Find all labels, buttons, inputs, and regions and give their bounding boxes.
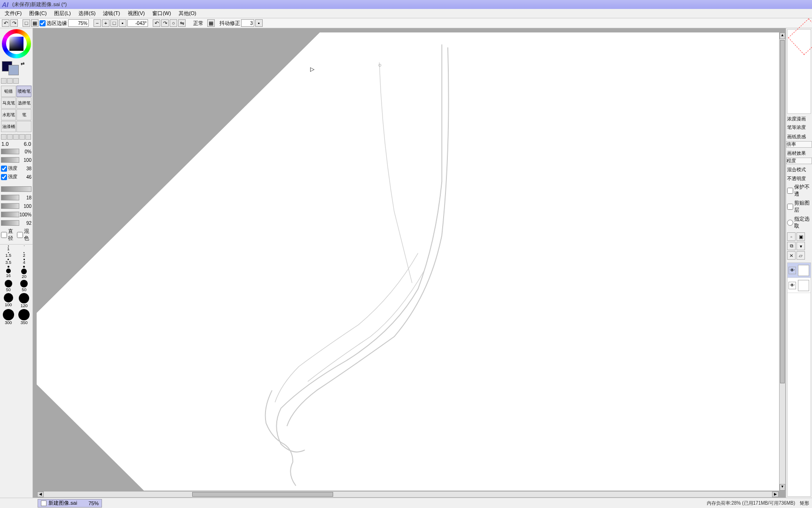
color-wheel[interactable] <box>2 29 31 58</box>
zoom-input[interactable] <box>68 19 89 27</box>
diameter-checkbox[interactable] <box>1 232 7 238</box>
menu-image[interactable]: 图像(C) <box>25 9 50 18</box>
brush-preset[interactable]: 100 <box>1 293 16 308</box>
nav-option-2[interactable]: 笔等浓度 <box>787 124 811 131</box>
select-source-radio[interactable] <box>787 220 793 226</box>
menu-layer[interactable]: 图层(L) <box>50 9 74 18</box>
slider-brush-size[interactable]: 18 <box>1 194 31 201</box>
new-folder-button[interactable]: ▣ <box>796 232 805 241</box>
rotate-cw-button[interactable]: ↷ <box>161 19 169 27</box>
brush-preset[interactable]: 50 <box>17 280 32 292</box>
blending-checkbox[interactable] <box>17 232 23 238</box>
layer-item-2[interactable]: 👁 <box>788 278 811 293</box>
selection-edge-checkbox[interactable] <box>39 20 46 26</box>
invert-selection-button[interactable]: ▦ <box>31 19 39 27</box>
scroll-up-arrow-icon[interactable]: ▲ <box>780 32 785 39</box>
navigator[interactable] <box>787 29 811 114</box>
brush-shape-2[interactable] <box>7 134 13 140</box>
zoom-in-button[interactable]: + <box>102 19 109 27</box>
tool-select-pen[interactable]: 选择笔 <box>16 97 31 109</box>
brush-shape-1[interactable] <box>1 134 7 140</box>
brush-preset[interactable]: 50 <box>1 280 16 292</box>
layer-visibility-icon[interactable]: 👁 <box>789 267 796 274</box>
vertical-scrollbar[interactable]: ▲ ▼ <box>779 32 786 491</box>
delete-layer-button[interactable]: ✕ <box>787 251 796 260</box>
menu-filter[interactable]: 滤镜(T) <box>99 9 124 18</box>
duplicate-layer-button[interactable]: ⧉ <box>787 242 796 250</box>
layer-item-1[interactable]: 👁 <box>788 263 811 278</box>
zoom-out-button[interactable]: − <box>94 19 101 27</box>
brush-shape-5[interactable] <box>25 134 31 140</box>
clear-layer-button[interactable]: ▱ <box>796 251 805 260</box>
slider-opacity[interactable]: 100 <box>1 202 31 210</box>
rotate-reset-button[interactable]: ○ <box>170 19 177 27</box>
brush-preset[interactable]: 120 <box>17 293 32 308</box>
tool-marker[interactable]: 马克笔 <box>1 97 16 109</box>
brush-preset[interactable]: 350 <box>17 309 32 325</box>
brush-preset[interactable]: 16 <box>1 269 16 279</box>
brush-preset[interactable]: 3.5 <box>1 259 16 265</box>
menu-file[interactable]: 文件(F) <box>1 9 25 18</box>
brush-preset[interactable]: 300 <box>1 309 16 325</box>
canvas-viewport[interactable]: ▷ <box>37 32 779 491</box>
paper-texture-input[interactable] <box>786 141 812 148</box>
flip-horizontal-button[interactable]: ⇋ <box>178 19 186 27</box>
brush-preset[interactable]: 20 <box>17 269 32 279</box>
new-layer-button[interactable]: ▫ <box>787 232 796 241</box>
zoom-fit-button[interactable]: □ <box>110 19 118 27</box>
document-tab[interactable]: 新建图像.sai 75% <box>38 499 102 508</box>
deselect-button[interactable]: □ <box>23 19 30 27</box>
brush-preset[interactable]: 1 <box>1 246 16 251</box>
slider-min-size[interactable]: 0% <box>1 148 31 155</box>
slider-intensity-1[interactable]: 强度38 <box>1 165 31 172</box>
tool-airbrush[interactable]: 喷枪笔 <box>16 86 31 97</box>
horizontal-scrollbar[interactable]: ◀ ▶ <box>37 491 779 498</box>
menu-view[interactable]: 视图(V) <box>124 9 149 18</box>
rotate-ccw-button[interactable]: ↶ <box>153 19 160 27</box>
slider-flow[interactable]: 100% <box>1 211 31 218</box>
mode-icon-1[interactable] <box>1 78 7 84</box>
menu-window[interactable]: 窗口(W) <box>148 9 175 18</box>
brush-preset[interactable] <box>1 266 16 268</box>
horizontal-scroll-thumb[interactable] <box>192 492 333 497</box>
vertical-scroll-thumb[interactable] <box>780 40 785 383</box>
scroll-left-arrow-icon[interactable]: ◀ <box>37 492 44 497</box>
scroll-right-arrow-icon[interactable]: ▶ <box>772 492 779 497</box>
selection-edge-toggle[interactable]: 选区边缘 <box>39 20 67 27</box>
menu-select[interactable]: 选择(S) <box>75 9 100 18</box>
scroll-down-arrow-icon[interactable]: ▼ <box>780 484 785 491</box>
tool-pen[interactable]: 笔 <box>16 109 31 120</box>
layer-visibility-icon[interactable]: 👁 <box>789 282 796 289</box>
redo-button[interactable]: ↷ <box>10 19 18 27</box>
tool-watercolor[interactable]: 水彩笔 <box>1 109 16 120</box>
stabilizer-input[interactable] <box>241 19 254 27</box>
nav-option-1[interactable]: 浓度漫画 <box>787 116 811 122</box>
swap-colors-icon[interactable]: ⇄ <box>21 61 24 75</box>
slider-density[interactable]: 100 <box>1 156 31 164</box>
canvas-content[interactable] <box>37 32 779 491</box>
slider-extra-1[interactable] <box>1 185 31 193</box>
menu-other[interactable]: 其他(O) <box>175 9 200 18</box>
merge-down-button[interactable]: ▾ <box>796 242 805 250</box>
brush-shape-4[interactable] <box>19 134 25 140</box>
slider-intensity-2[interactable]: 强度46 <box>1 173 31 181</box>
brush-preset[interactable]: 2 <box>17 252 32 258</box>
material-effect-input[interactable] <box>786 158 812 164</box>
brush-preset[interactable]: 4 <box>17 259 32 265</box>
tool-bucket[interactable]: 油漆桶 <box>1 121 16 132</box>
mode-toggle-button[interactable]: ▦ <box>207 19 215 27</box>
background-color-swatch[interactable] <box>8 65 19 75</box>
slider-extra-2[interactable]: 92 <box>1 219 31 227</box>
mode-icon-3[interactable] <box>13 78 19 84</box>
tool-empty[interactable] <box>16 121 31 132</box>
tool-pencil[interactable]: 铅描 <box>1 86 16 97</box>
zoom-actual-button[interactable]: ▪ <box>119 19 126 27</box>
brush-preset[interactable] <box>17 266 32 268</box>
brush-preset[interactable]: 1.5 <box>1 252 16 258</box>
mode-icon-2[interactable] <box>7 78 13 84</box>
undo-button[interactable]: ↶ <box>2 19 9 27</box>
protect-alpha-checkbox[interactable] <box>787 188 793 194</box>
clip-layer-checkbox[interactable] <box>787 204 793 210</box>
rotation-input[interactable] <box>127 19 148 27</box>
stabilizer-button[interactable]: ▪ <box>255 19 263 27</box>
